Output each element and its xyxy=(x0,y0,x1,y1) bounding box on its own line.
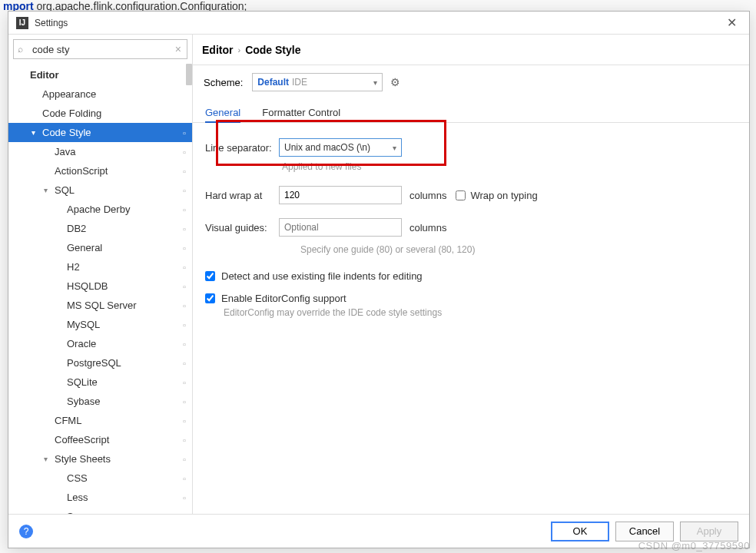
tree-item-java[interactable]: Java▫ xyxy=(8,142,192,161)
tabs: General Formatter Control xyxy=(193,102,749,123)
tree-item-apache-derby[interactable]: Apache Derby▫ xyxy=(8,200,192,219)
tree-item-sql[interactable]: ▾SQL▫ xyxy=(8,180,192,200)
dialog-title: Settings xyxy=(35,18,68,28)
tab-general[interactable]: General xyxy=(205,107,240,123)
detect-indents-checkbox[interactable]: Detect and use existing file indents for… xyxy=(205,270,737,282)
tree-item-sybase[interactable]: Sybase▫ xyxy=(8,392,192,411)
tree-item-hsqldb[interactable]: HSQLDB▫ xyxy=(8,276,192,296)
tree-item-sqlite[interactable]: SQLite▫ xyxy=(8,373,192,392)
chevron-down-icon: ▾ xyxy=(44,186,53,194)
chevron-down-icon: ▾ xyxy=(373,78,377,87)
tree-item-cfml[interactable]: CFML▫ xyxy=(8,411,192,430)
tree-item-oracle[interactable]: Oracle▫ xyxy=(8,334,192,353)
line-separator-label: Line separator: xyxy=(205,142,279,154)
tree-item-appearance[interactable]: Appearance xyxy=(8,84,192,104)
form-panel: Line separator: Unix and macOS (\n) ▾ Ap… xyxy=(193,127,749,323)
tab-formatter-control[interactable]: Formatter Control xyxy=(262,107,340,122)
tree-item-h2[interactable]: H2▫ xyxy=(8,257,192,276)
help-icon[interactable]: ? xyxy=(19,525,33,538)
hard-wrap-label: Hard wrap at xyxy=(205,190,279,201)
visual-guides-hint: Specify one guide (80) or several (80, 1… xyxy=(282,244,574,255)
settings-tree: Editor Appearance Code Folding ▾Code Sty… xyxy=(8,64,192,514)
tree-item-less[interactable]: Less▫ xyxy=(8,488,192,507)
apply-button: Apply xyxy=(680,522,738,541)
chevron-down-icon: ▾ xyxy=(32,128,41,137)
sidebar: ⌕ × Editor Appearance Code Folding ▾Code… xyxy=(8,35,193,514)
chevron-right-icon: › xyxy=(237,45,240,55)
tree-item-code-style[interactable]: ▾Code Style▫ xyxy=(8,123,192,142)
app-icon: IJ xyxy=(16,17,28,29)
close-icon[interactable]: ✕ xyxy=(722,14,741,31)
tree-item-actionscript[interactable]: ActionScript▫ xyxy=(8,161,192,180)
search-input[interactable] xyxy=(13,39,187,59)
editorconfig-hint: EditorConfig may override the IDE code s… xyxy=(224,307,737,318)
applied-hint: Applied to new files xyxy=(282,161,737,172)
scheme-select[interactable]: DefaultIDE ▾ xyxy=(252,73,383,91)
columns-unit: columns xyxy=(410,222,446,233)
tree-item-sass[interactable]: Sass▫ xyxy=(8,507,192,514)
gear-icon[interactable]: ⚙ xyxy=(390,76,400,88)
breadcrumb: Editor › Code Style xyxy=(193,35,749,65)
tree-item-mssql[interactable]: MS SQL Server▫ xyxy=(8,296,192,315)
tree-item-coffeescript[interactable]: CoffeeScript▫ xyxy=(8,430,192,449)
visual-guides-input[interactable] xyxy=(279,218,402,237)
tree-item-general[interactable]: General▫ xyxy=(8,238,192,257)
titlebar: IJ Settings ✕ xyxy=(8,12,749,35)
tree-item-css[interactable]: CSS▫ xyxy=(8,469,192,488)
settings-dialog: IJ Settings ✕ ⌕ × Editor Appearance Code… xyxy=(8,11,750,548)
search-icon: ⌕ xyxy=(18,44,23,55)
main-panel: Editor › Code Style Scheme: DefaultIDE ▾… xyxy=(193,35,749,514)
tree-item-mysql[interactable]: MySQL▫ xyxy=(8,315,192,334)
project-badge-icon: ▫ xyxy=(183,128,186,137)
tree-item-db2[interactable]: DB2▫ xyxy=(8,219,192,238)
line-separator-select[interactable]: Unix and macOS (\n) ▾ xyxy=(279,138,402,157)
tree-item-editor[interactable]: Editor xyxy=(8,65,192,84)
cancel-button[interactable]: Cancel xyxy=(615,522,674,541)
scheme-row: Scheme: DefaultIDE ▾ ⚙ xyxy=(193,65,749,102)
hard-wrap-input[interactable] xyxy=(279,186,402,204)
chevron-down-icon: ▾ xyxy=(44,455,53,463)
breadcrumb-root[interactable]: Editor xyxy=(202,44,233,56)
watermark: CSDN @m0_37759590 xyxy=(638,540,750,551)
scheme-label: Scheme: xyxy=(204,77,243,88)
columns-unit: columns xyxy=(410,190,446,201)
tree-item-style-sheets[interactable]: ▾Style Sheets▫ xyxy=(8,449,192,469)
chevron-down-icon: ▾ xyxy=(393,144,396,152)
tree-item-postgresql[interactable]: PostgreSQL▫ xyxy=(8,353,192,373)
clear-search-icon[interactable]: × xyxy=(175,43,181,55)
tree-item-code-folding[interactable]: Code Folding xyxy=(8,104,192,123)
ok-button[interactable]: OK xyxy=(551,522,609,541)
wrap-on-typing-checkbox[interactable]: Wrap on typing xyxy=(456,190,537,201)
breadcrumb-leaf: Code Style xyxy=(245,44,300,56)
enable-editorconfig-checkbox[interactable]: Enable EditorConfig support xyxy=(205,293,737,304)
visual-guides-label: Visual guides: xyxy=(205,222,279,233)
